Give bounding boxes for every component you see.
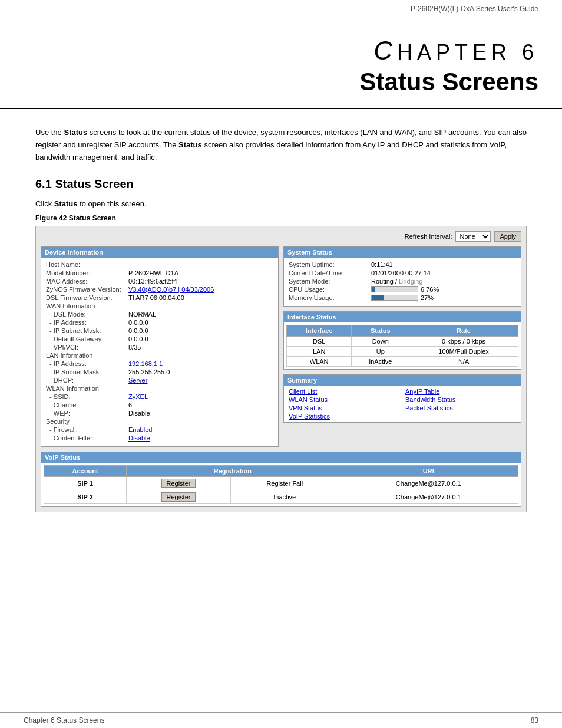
label-dsl-mode: - DSL Mode:	[46, 311, 128, 318]
info-row-ssid: - SSID: ZyXEL	[46, 393, 273, 400]
value-zynos: V3.40(ADO.0)b7 | 04/03/2006	[128, 286, 214, 293]
info-row-channel: - Channel: 6	[46, 401, 273, 409]
value-firewall: Enabled	[128, 426, 152, 433]
label-firewall: - Firewall:	[46, 426, 128, 433]
interface-status-box: Interface Status Interface Status Rate	[283, 311, 521, 370]
link-packet-statistics[interactable]: Packet Statistics	[405, 404, 516, 411]
iface-dsl-name: DSL	[287, 337, 352, 347]
info-row-wan-ip: - IP Address: 0.0.0.0	[46, 319, 273, 326]
info-row-wlan-group: WLAN Information	[46, 385, 273, 392]
footer-left: Chapter 6 Status Screens	[24, 716, 104, 724]
link-bandwidth-status[interactable]: Bandwidth Status	[405, 396, 516, 403]
memory-bar-outer	[371, 295, 418, 301]
apply-button[interactable]: Apply	[494, 231, 521, 242]
label-security-group: Security	[46, 418, 128, 425]
value-wan-ip: 0.0.0.0	[128, 319, 148, 326]
value-lan-ip: 192.168.1.1	[128, 360, 163, 367]
page-header: P-2602H(W)(L)-DxA Series User's Guide	[0, 0, 562, 18]
device-info-body: Host Name: Model Number: P-2602HWL-D1A M…	[41, 258, 278, 446]
table-row: DSL Down 0 kbps / 0 kbps	[287, 337, 518, 347]
link-voip-statistics[interactable]: VoIP Statistics	[289, 413, 399, 420]
voip-sip1-register-button[interactable]: Register	[161, 479, 196, 488]
summary-links: Client List AnyIP Table WLAN Status Band…	[284, 386, 521, 422]
voip-col-uri: URI	[339, 466, 518, 477]
info-row-wan-subnet: - IP Subnet Mask: 0.0.0.0	[46, 327, 273, 334]
link-lan-ip[interactable]: 192.168.1.1	[128, 360, 163, 367]
voip-table-container: Account Registration URI SIP 1 Register	[41, 463, 521, 506]
info-row-wan-gw: - Default Gateway: 0.0.0.0	[46, 335, 273, 342]
voip-sip1-status: Register Fail	[230, 477, 339, 490]
iface-lan-status: Up	[352, 347, 409, 357]
info-row-model: Model Number: P-2602HWL-D1A	[46, 269, 273, 276]
voip-sip2-register-button[interactable]: Register	[161, 492, 196, 502]
section-heading: 6.1 Status Screen	[35, 177, 527, 191]
label-channel: - Channel:	[46, 401, 128, 409]
link-anyip-table[interactable]: AnyIP Table	[405, 388, 516, 395]
link-wlan-status[interactable]: WLAN Status	[289, 396, 399, 403]
value-datetime: 01/01/2000 00:27:14	[371, 269, 431, 276]
label-lan-subnet: - IP Subnet Mask:	[46, 368, 128, 375]
link-ssid[interactable]: ZyXEL	[128, 393, 148, 400]
status-row-cpu: CPU Usage: 6.76%	[289, 286, 516, 293]
left-column: Device Information Host Name: Model Numb…	[41, 246, 279, 452]
label-wan-group: WAN Information	[46, 302, 128, 309]
refresh-select[interactable]: None	[455, 231, 491, 242]
label-sysmode: System Mode:	[289, 278, 371, 285]
right-column: System Status System Uptime: 0:11:41 Cur…	[283, 246, 521, 452]
value-mac: 00:13:49:6a:f2:f4	[128, 278, 177, 285]
refresh-label: Refresh Interval:	[405, 233, 452, 240]
voip-status-header: VoIP Status	[41, 452, 521, 463]
link-client-list[interactable]: Client List	[289, 388, 399, 395]
info-row-security-group: Security	[46, 418, 273, 425]
value-dsl-fw: TI AR7 06.00.04.00	[128, 294, 184, 301]
voip-status-box: VoIP Status Account Registration URI	[41, 452, 521, 507]
link-content-filter[interactable]: Disable	[128, 434, 150, 442]
status-row-memory: Memory Usage: 27%	[289, 294, 516, 301]
value-vpi-vci: 8/35	[128, 344, 141, 351]
status-row-uptime: System Uptime: 0:11:41	[289, 261, 516, 268]
link-firewall[interactable]: Enabled	[128, 426, 152, 433]
intro-paragraph: Use the Status screens to look at the cu…	[35, 127, 527, 163]
col-rate: Rate	[409, 325, 518, 337]
memory-bar-inner	[372, 295, 384, 300]
interface-table: Interface Status Rate DSL Down	[286, 325, 518, 367]
label-datetime: Current Date/Time:	[289, 269, 371, 276]
header-text: P-2602H(W)(L)-DxA Series User's Guide	[411, 5, 538, 13]
value-content-filter: Disable	[128, 434, 150, 442]
interface-status-header: Interface Status	[284, 312, 521, 322]
label-ssid: - SSID:	[46, 393, 128, 400]
intro-bold-status1: Status	[64, 128, 87, 137]
section-title: Status Screen	[55, 177, 133, 190]
chapter-rest: HAPTER	[397, 40, 511, 64]
voip-sip2-account: SIP 2	[44, 490, 127, 504]
iface-lan-name: LAN	[287, 347, 352, 357]
link-zynos[interactable]: V3.40(ADO.0)b7 | 04/03/2006	[128, 286, 214, 293]
page-footer: Chapter 6 Status Screens 83	[0, 712, 562, 728]
status-row-datetime: Current Date/Time: 01/01/2000 00:27:14	[289, 269, 516, 276]
voip-sip2-uri: ChangeMe@127.0.0.1	[339, 490, 518, 504]
voip-sip1-uri: ChangeMe@127.0.0.1	[339, 477, 518, 490]
link-vpn-status[interactable]: VPN Status	[289, 404, 399, 411]
info-row-dsl-mode: - DSL Mode: NORMAL	[46, 311, 273, 318]
value-wan-subnet: 0.0.0.0	[128, 327, 148, 334]
chapter-area: CHAPTER 6 Status Screens	[0, 18, 562, 109]
cpu-bar-outer	[371, 286, 418, 292]
info-row-lan-subnet: - IP Subnet Mask: 255.255.255.0	[46, 368, 273, 375]
cpu-bar-inner	[372, 287, 375, 292]
label-lan-ip: - IP Address:	[46, 360, 128, 367]
voip-col-registration: Registration	[127, 466, 339, 477]
info-row-wep: - WEP: Disable	[46, 410, 273, 417]
chapter-label: CHAPTER 6	[24, 36, 538, 65]
click-text: Click Status to open this screen.	[35, 199, 527, 208]
interface-table-header-row: Interface Status Rate	[287, 325, 518, 337]
value-lan-subnet: 255.255.255.0	[128, 368, 170, 375]
voip-sip1-register-btn-cell: Register	[127, 477, 231, 490]
system-status-header: System Status	[284, 247, 521, 258]
label-wlan-group: WLAN Information	[46, 385, 128, 392]
value-model: P-2602HWL-D1A	[128, 269, 178, 276]
label-dhcp: - DHCP:	[46, 377, 128, 384]
table-row: SIP 1 Register Register Fail ChangeMe@12…	[44, 477, 518, 490]
voip-sip2-register-btn-cell: Register	[127, 490, 231, 504]
label-wan-gw: - Default Gateway:	[46, 335, 128, 342]
link-dhcp[interactable]: Server	[128, 377, 147, 384]
